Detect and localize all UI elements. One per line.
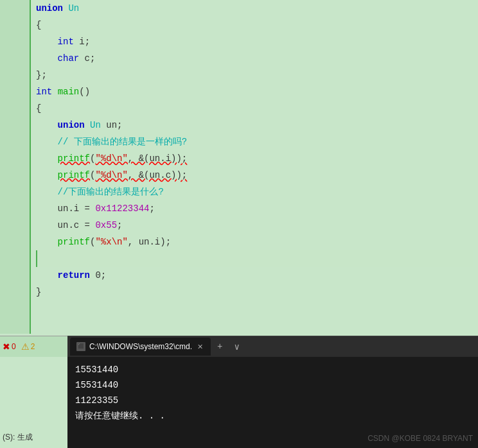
paren-15a: ( — [90, 234, 95, 250]
fn-printf-1: printf — [58, 150, 90, 167]
str-d1: "%d\n" — [95, 150, 127, 167]
line-num-6: ⊟ — [0, 83, 30, 100]
type-char: char — [58, 50, 80, 67]
brace-open-2: { — [36, 100, 41, 117]
line-num-1: ⊟ — [0, 0, 30, 17]
tab-dropdown-button[interactable]: ∨ — [229, 339, 244, 355]
space-1 — [63, 0, 68, 17]
code-line-14: un.c = 0x55 ; — [36, 217, 473, 234]
hex-val-2: 0x55 — [95, 217, 117, 234]
indent-15 — [36, 234, 58, 250]
line-num-3 — [0, 33, 30, 50]
code-line-13: un.i = 0x11223344 ; — [36, 200, 473, 217]
code-line-7: { — [36, 100, 473, 117]
fn-printf-3: printf — [58, 234, 90, 250]
kw-return: return — [58, 267, 90, 284]
type-int-main: int — [36, 83, 52, 100]
brace-open-1: { — [36, 17, 41, 33]
comma-11: , &(un.c)); — [128, 167, 187, 184]
code-line-18: } — [36, 284, 473, 300]
terminal-line-1: 15531440 — [75, 362, 470, 377]
indent-11 — [36, 167, 58, 184]
indent-13 — [36, 200, 58, 217]
fn-main: main — [58, 83, 80, 100]
code-line-12: //下面输出的结果是什么? — [36, 184, 473, 200]
indent-3 — [36, 33, 58, 50]
fn-printf-2: printf — [58, 167, 90, 184]
semi-13: ; — [149, 200, 154, 217]
return-val: 0; — [90, 267, 106, 284]
un-c-assign: un.c = — [58, 217, 96, 234]
warning-indicator: ⚠ 2 — [21, 341, 35, 352]
args-15: , un.i); — [128, 234, 171, 250]
indent-4 — [36, 50, 58, 67]
code-line-2: { — [36, 17, 473, 33]
line-num-15 — [0, 234, 30, 250]
tab-close-button[interactable]: ✕ — [196, 343, 204, 351]
comment-line-12: //下面输出的结果是什么? — [58, 184, 164, 200]
terminal-tab-active[interactable]: ⬛ C:\WINDOWS\system32\cmd. ✕ — [70, 338, 211, 356]
line-num-13 — [0, 200, 30, 217]
error-count: 0 — [12, 342, 16, 351]
code-line-11: printf ( "%d\n" , &(un.c)); — [36, 167, 473, 184]
indent-17 — [36, 267, 58, 284]
code-line-3: int i; — [36, 33, 473, 50]
brace-close-main: } — [36, 284, 41, 300]
code-line-6: int main () — [36, 83, 473, 100]
var-i: i; — [74, 33, 90, 50]
line-num-5 — [0, 67, 30, 83]
error-icon: ✖ — [3, 341, 10, 352]
line-num-16 — [0, 250, 30, 267]
line-num-9 — [0, 134, 30, 150]
indent-9 — [36, 134, 58, 150]
terminal-tab-title: C:\WINDOWS\system32\cmd. — [89, 342, 192, 351]
code-line-10: printf ( "%d\n" , &(un.i)); — [36, 150, 473, 167]
comma-10: , &(un.i)); — [128, 150, 187, 167]
line-numbers: ⊟ ⊟ — [0, 0, 31, 334]
code-line-5: }; — [36, 67, 473, 83]
warning-icon: ⚠ — [21, 341, 30, 352]
type-int: int — [58, 33, 74, 50]
un-i-assign: un.i = — [58, 200, 96, 217]
code-line-8: union Un un; — [36, 117, 473, 134]
paren-11a: ( — [90, 167, 95, 184]
code-line-17: return 0; — [36, 267, 473, 284]
indent-10 — [36, 150, 58, 167]
kw-union-2: union — [58, 117, 85, 134]
empty-16 — [37, 250, 42, 267]
error-indicator: ✖ 0 — [3, 341, 16, 352]
line-num-7 — [0, 100, 30, 117]
status-icons: ✖ 0 ⚠ 2 — [0, 336, 67, 357]
csdn-watermark: CSDN @KOBE 0824 BRYANT — [367, 434, 473, 443]
comment-line-9: // 下面输出的结果是一样的吗? — [58, 134, 188, 150]
warning-count: 2 — [31, 342, 35, 351]
terminal-panel[interactable]: ⬛ C:\WINDOWS\system32\cmd. ✕ + ∨ 1553144… — [67, 336, 478, 448]
editor-area: ⊟ ⊟ union Un { — [0, 0, 478, 334]
generate-label: (S): 生成 — [0, 432, 33, 443]
code-line-4: char c; — [36, 50, 473, 67]
line-num-8 — [0, 117, 30, 134]
str-d2: "%d\n" — [95, 167, 127, 184]
terminal-line-3: 11223355 — [75, 393, 470, 408]
space-un1 — [85, 117, 90, 134]
line-num-10 — [0, 150, 30, 167]
line-num-14 — [0, 217, 30, 234]
line-num-18 — [0, 284, 30, 300]
terminal-line-4: 请按任意键继续. . . — [75, 408, 470, 424]
keyword-union: union — [36, 0, 63, 17]
un-var: un; — [101, 117, 123, 134]
code-line-16 — [36, 250, 473, 267]
cmd-icon: ⬛ — [76, 342, 85, 351]
code-area[interactable]: union Un { int i; char c; }; int — [31, 0, 478, 334]
line-num-11 — [0, 167, 30, 184]
line-num-4 — [0, 50, 30, 67]
hex-val-1: 0x11223344 — [95, 200, 149, 217]
tab-plus-button[interactable]: + — [212, 339, 227, 354]
str-x: "%x\n" — [95, 234, 127, 250]
line-num-17 — [0, 267, 30, 284]
code-line-1: union Un — [36, 0, 473, 17]
union-name-Un: Un — [68, 0, 79, 17]
line-num-12 — [0, 184, 30, 200]
indent-14 — [36, 217, 58, 234]
close-semi-1: }; — [36, 67, 47, 83]
